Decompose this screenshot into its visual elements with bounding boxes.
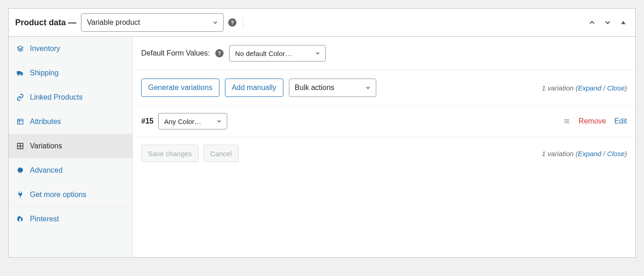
sidebar-item-get-more-options[interactable]: Get more options	[9, 183, 132, 207]
sidebar-item-linked-products[interactable]: Linked Products	[9, 85, 132, 110]
inventory-icon	[16, 45, 24, 53]
link-icon	[16, 93, 24, 101]
close-link[interactable]: Close	[607, 84, 625, 92]
plug-icon	[16, 191, 24, 199]
panel-header: Product data — Variable product ?	[9, 9, 635, 37]
sidebar-item-attributes[interactable]: Attributes	[9, 110, 132, 134]
drag-handle-icon[interactable]	[563, 118, 570, 125]
sidebar-item-inventory[interactable]: Inventory	[9, 37, 132, 61]
chevron-down-icon	[365, 84, 371, 91]
chevron-down-icon	[212, 19, 218, 26]
variation-count-text: 1 variation	[542, 84, 574, 92]
close-link[interactable]: Close	[607, 150, 625, 158]
generate-variations-button[interactable]: Generate variations	[141, 79, 219, 97]
default-form-select[interactable]: No default Color…	[229, 45, 326, 62]
expand-link[interactable]: Expand	[578, 150, 601, 158]
add-manually-button[interactable]: Add manually	[225, 79, 283, 97]
separator	[243, 17, 243, 28]
chevron-down-icon	[216, 118, 222, 124]
svg-rect-1	[17, 71, 21, 74]
save-changes-button[interactable]: Save changes	[141, 145, 199, 162]
bulk-actions-value: Bulk actions	[295, 84, 334, 92]
default-form-section: Default Form Values: ? No default Color…	[133, 37, 635, 70]
sidebar-item-label: Advanced	[30, 166, 63, 175]
chevron-down-icon	[315, 51, 321, 56]
svg-point-2	[18, 74, 19, 76]
sidebar-item-shipping[interactable]: Shipping	[9, 61, 132, 85]
panel-body: Inventory Shipping Linked Products Attri…	[9, 37, 635, 257]
shipping-icon	[16, 69, 24, 77]
variation-id: #15	[141, 117, 154, 125]
product-type-value: Variable product	[87, 18, 140, 27]
cancel-button[interactable]: Cancel	[203, 145, 239, 162]
sidebar-item-label: Pinterest	[30, 215, 59, 223]
variation-actions: Remove Edit	[563, 117, 627, 125]
sidebar-item-pinterest[interactable]: Pinterest	[9, 207, 132, 231]
svg-rect-4	[17, 119, 23, 124]
panel-title: Product data —	[15, 18, 76, 28]
bulk-actions-select[interactable]: Bulk actions	[289, 79, 376, 97]
panel-prev-button[interactable]	[586, 17, 598, 28]
product-data-panel: Product data — Variable product ? Inven	[8, 8, 636, 258]
edit-variation-link[interactable]: Edit	[614, 117, 627, 125]
help-icon[interactable]: ?	[215, 49, 224, 57]
variations-toolbar: Generate variations Add manually Bulk ac…	[133, 70, 635, 106]
variations-footer: Save changes Cancel 1 variation (Expand …	[133, 137, 635, 169]
variation-count-top: 1 variation (Expand / Close)	[542, 84, 627, 92]
variation-count-bottom: 1 variation (Expand / Close)	[542, 150, 627, 158]
variation-row[interactable]: #15 Any Color… Remove Edit	[133, 106, 635, 137]
default-form-value: No default Color…	[235, 50, 292, 57]
pinterest-icon	[16, 215, 24, 223]
variation-count-text: 1 variation	[542, 150, 574, 158]
sidebar-item-label: Inventory	[30, 45, 60, 53]
variations-icon	[16, 142, 24, 150]
sidebar-item-advanced[interactable]: Advanced	[9, 158, 132, 183]
default-form-label: Default Form Values:	[141, 49, 210, 57]
variation-attribute-select[interactable]: Any Color…	[158, 113, 227, 130]
expand-link[interactable]: Expand	[578, 84, 601, 92]
variation-attribute-value: Any Color…	[164, 118, 201, 125]
remove-variation-link[interactable]: Remove	[579, 117, 606, 125]
panel-next-button[interactable]	[602, 17, 613, 28]
svg-point-3	[21, 74, 23, 76]
main-content: Default Form Values: ? No default Color……	[133, 37, 635, 257]
panel-collapse-button[interactable]	[618, 17, 629, 28]
sidebar-item-label: Variations	[30, 142, 62, 150]
sidebar-item-variations[interactable]: Variations	[9, 134, 132, 158]
sidebar: Inventory Shipping Linked Products Attri…	[9, 37, 133, 257]
sidebar-item-label: Attributes	[30, 118, 61, 126]
sidebar-item-label: Get more options	[30, 191, 86, 199]
help-icon[interactable]: ?	[228, 18, 236, 27]
svg-marker-0	[621, 21, 625, 24]
product-type-select[interactable]: Variable product	[81, 13, 224, 32]
gear-icon	[16, 166, 24, 175]
sidebar-item-label: Shipping	[30, 69, 58, 77]
sidebar-item-label: Linked Products	[30, 93, 83, 101]
attributes-icon	[16, 118, 24, 126]
